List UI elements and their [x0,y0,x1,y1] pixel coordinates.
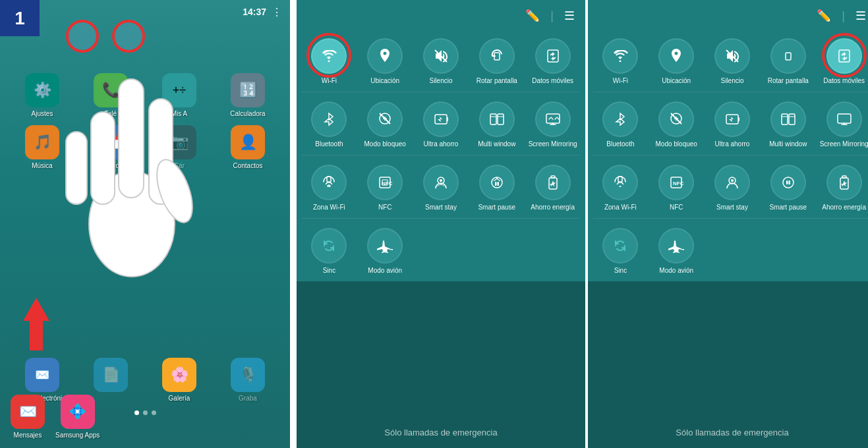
app-calendario[interactable]: 📅 Calenda [79,125,142,169]
qs-smartstay-3[interactable]: Smart stay [705,158,760,215]
qs-nfc-3[interactable]: NFC NFC [649,158,704,215]
svg-text:NFC: NFC [382,181,392,186]
qs-rotar-2[interactable]: Rotar pantalla [469,32,524,89]
ultra-label-3: Ultra ahorro [715,140,750,148]
qs-screenmirror-3[interactable]: Screen Mirroring [817,95,868,152]
qs-multiwindow-2[interactable]: Multi window [469,95,524,152]
qs-header-2: ✏️ | ☰ [297,0,585,32]
android-home-screen: 1 📷 14:37 ⋮ ⚙️ Ajustes 📞 Telé +÷ Mis A 🔢… [0,0,290,448]
sinc-label-2: Sinc [323,267,335,275]
qs-screenmirror-2[interactable]: Screen Mirroring [525,95,580,152]
qs-datos-3[interactable]: Datos móviles [817,32,868,89]
app-calculadora[interactable]: 🔢 Calculadora [216,73,279,117]
datos-label-3: Datos móviles [823,77,865,85]
multiwindow-icon-2 [479,101,515,137]
qs-divider1-2 [302,92,580,92]
app-mensajes[interactable]: ✉️ Mensajes [11,395,45,439]
qs-bloqueo-2[interactable]: Modo bloqueo [358,95,413,152]
qs-bluetooth-2[interactable]: Bluetooth [302,95,357,152]
smartpause-label-3: Smart pause [769,204,807,211]
qs-ultra-2[interactable]: Ultra ahorro [414,95,469,152]
list-icon-2[interactable]: ☰ [564,9,575,23]
qs-bottom-bar-3: Sólo llamadas de emergencia [588,416,868,448]
qs-ahorro-3[interactable]: Ahorro energía [817,158,868,215]
app-camara[interactable]: 📷 Cár [148,125,211,169]
app-ajustes[interactable]: ⚙️ Ajustes [11,73,74,117]
rotar-label-2: Rotar pantalla [477,77,517,85]
qs-smartpause-3[interactable]: Smart pause [761,158,815,215]
qs-avion-3[interactable]: Modo avión [649,221,704,279]
qs-datos-2[interactable]: Datos móviles [525,32,580,89]
rotar-icon-2 [479,38,515,74]
mis-apps-label: Mis A [171,110,187,117]
bluetooth-icon-2 [311,101,347,137]
qs-header-3: ✏️ | ☰ [588,0,868,32]
bloqueo-icon-2 [367,101,403,137]
qs-wifi-3[interactable]: Wi-Fi [593,32,648,89]
qs-divider1-3 [593,92,868,92]
ahorro-label-3: Ahorro energía [822,204,866,211]
qs-rotar-3[interactable]: Rotar pantalla [761,32,815,89]
ultra-icon-2 [423,101,459,137]
nfc-icon-3: NFC [658,165,694,200]
calendario-icon: 📅 [94,125,128,159]
qs-smartpause-2[interactable]: Smart pause [469,158,524,215]
qs-row1-panel3: Wi-Fi Ubicación Silencio Rotar pantalla [588,32,868,89]
qs-wifi-2[interactable]: Wi-Fi [302,32,357,89]
screenmirror-icon-3 [826,101,862,137]
mensajes-label: Mensajes [14,432,42,439]
nfc-icon-2: NFC [367,165,403,200]
silencio-label-3: Silencio [720,77,743,85]
qs-ubicacion-2[interactable]: Ubicación [358,32,413,89]
svg-rect-16 [498,114,504,125]
qs-multiwindow-3[interactable]: Multi window [761,95,815,152]
calculadora-icon: 🔢 [231,73,265,107]
qs-ultra-3[interactable]: Ultra ahorro [705,95,760,152]
telefono-icon: 📞 [94,73,128,107]
camara-icon: 📷 [162,125,196,159]
qs-zonawifi-2[interactable]: Zona Wi-Fi [302,158,357,215]
qs-ahorro-2[interactable]: Ahorro energía [525,158,580,215]
list-icon-3[interactable]: ☰ [855,9,866,23]
edit-icon-3[interactable]: ✏️ [817,9,831,23]
finger-circles-highlight [66,20,145,53]
qs-nfc-2[interactable]: NFC NFC [358,158,413,215]
app-mis-apps[interactable]: +÷ Mis A [148,73,211,117]
app-telefono[interactable]: 📞 Telé [79,73,142,117]
quick-settings-panel-2: ✏️ | ☰ Wi-Fi Ubicación Silencio [297,0,585,448]
qs-bottom-bar-2: Sólo llamadas de emergencia [297,416,585,448]
smartstay-label-2: Smart stay [425,204,457,211]
bloqueo-label-3: Modo bloqueo [656,140,697,148]
zonawifi-label-2: Zona Wi-Fi [313,204,345,211]
qs-dark-area-3 [588,281,868,416]
qs-smartstay-2[interactable]: Smart stay [414,158,469,215]
app-grabadora[interactable]: 🎙️ Graba [216,358,279,402]
qs-bloqueo-3[interactable]: Modo bloqueo [649,95,704,152]
app-musica[interactable]: 🎵 Música [11,125,74,169]
zonawifi-icon-2 [311,165,347,200]
qs-silencio-3[interactable]: Silencio [705,32,760,89]
app-contactos[interactable]: 👤 Contactos [216,125,279,169]
edit-icon-2[interactable]: ✏️ [525,9,540,23]
qs-silencio-2[interactable]: Silencio [414,32,469,89]
ultra-label-2: Ultra ahorro [424,140,459,148]
qs-zonawifi-3[interactable]: Zona Wi-Fi [593,158,648,215]
sinc-icon-2 [311,228,347,264]
qs-ubicacion-3[interactable]: Ubicación [649,32,704,89]
clock: 14:37 [243,7,266,17]
app-galeria[interactable]: 🌸 Galería [148,358,211,402]
more-options-icon[interactable]: ⋮ [272,6,282,18]
ajustes-label: Ajustes [32,110,53,117]
qs-sinc-2[interactable]: Sinc [302,221,357,279]
qs-sinc-3[interactable]: Sinc [593,221,648,279]
qs-bluetooth-3[interactable]: Bluetooth [593,95,648,152]
ubicacion-icon-3 [658,38,694,74]
screenmirror-icon-2 [535,101,571,137]
smartpause-icon-2 [479,165,515,200]
app-samsung-apps[interactable]: 💠 Samsung Apps [55,395,100,439]
wifi-icon-3 [602,38,638,74]
qs-avion-2[interactable]: Modo avión [358,221,413,279]
svg-point-25 [492,177,502,188]
smartpause-icon-3 [770,165,806,200]
ultra-icon-3 [714,101,750,137]
